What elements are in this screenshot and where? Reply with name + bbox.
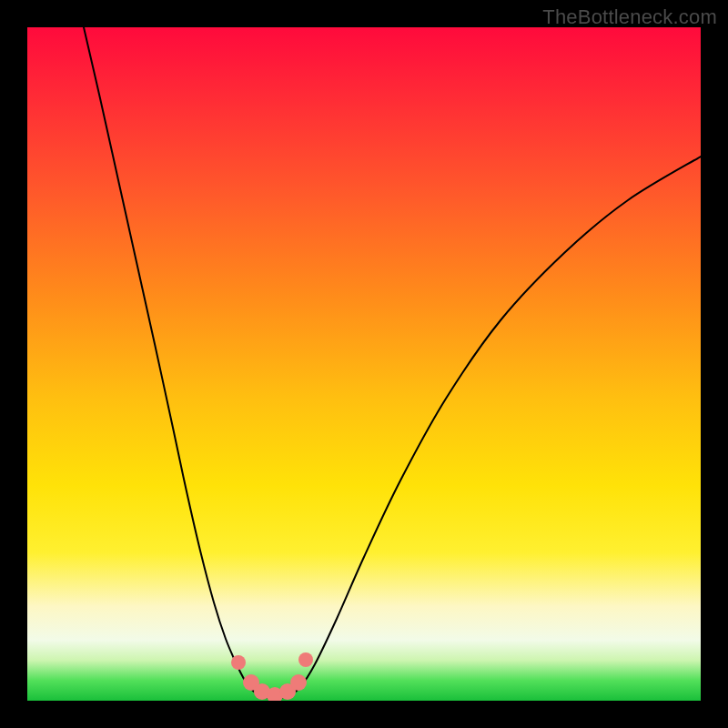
valley-marker: [298, 652, 313, 667]
valley-marker: [290, 674, 307, 691]
watermark-text: TheBottleneck.com: [542, 5, 717, 29]
curve-path: [84, 27, 701, 698]
valley-marker: [231, 655, 246, 670]
chart-frame: TheBottleneck.com: [0, 0, 728, 728]
plot-area: [27, 27, 701, 701]
bottleneck-curve: [27, 27, 701, 701]
